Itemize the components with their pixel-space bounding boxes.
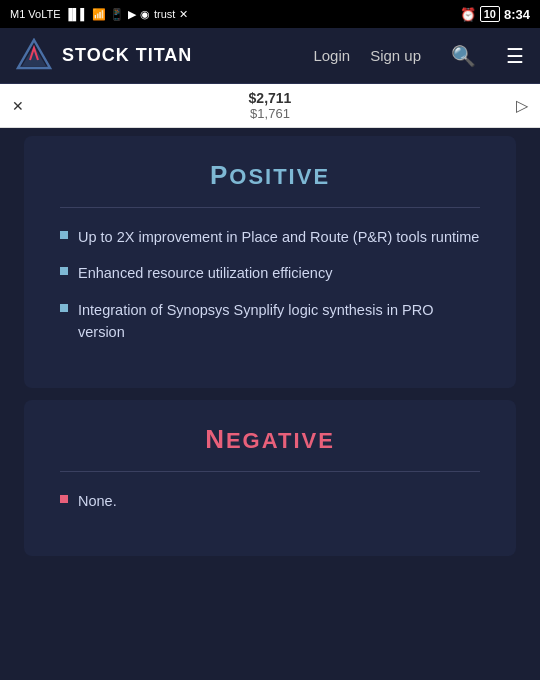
negative-first-letter: N <box>205 424 226 454</box>
ad-price-1: $2,711 <box>24 90 516 106</box>
ad-banner: ✕ $2,711 $1,761 ▷ <box>0 84 540 128</box>
negative-bullet-1: None. <box>60 490 480 512</box>
location-icon: ▶ <box>128 8 136 21</box>
negative-bullet-list: None. <box>60 490 480 512</box>
status-right: ⏰ 10 8:34 <box>460 6 530 22</box>
instagram-icon: ◉ <box>140 8 150 21</box>
signup-link[interactable]: Sign up <box>370 47 421 64</box>
alarm-icon: ⏰ <box>460 7 476 22</box>
bullet-icon-3 <box>60 304 68 312</box>
nav-links: Login Sign up 🔍 ☰ <box>313 44 524 68</box>
positive-bullet-3: Integration of Synopsys Synplify logic s… <box>60 299 480 344</box>
bullet-icon-2 <box>60 267 68 275</box>
x-icon: ✕ <box>179 8 188 21</box>
positive-text-3: Integration of Synopsys Synplify logic s… <box>78 299 480 344</box>
positive-first-letter: P <box>210 160 229 190</box>
logo-area: STOCK TITAN <box>16 38 313 74</box>
ad-content: $2,711 $1,761 <box>24 90 516 121</box>
positive-title: POSITIVE <box>60 160 480 191</box>
status-left: M1 VoLTE ▐▌▌ 📶 📱 ▶ ◉ trust ✕ <box>10 8 188 21</box>
positive-rest: OSITIVE <box>229 164 330 189</box>
ad-price-2: $1,761 <box>24 106 516 121</box>
positive-section: POSITIVE Up to 2X improvement in Place a… <box>24 136 516 388</box>
ad-play-icon[interactable]: ▷ <box>516 96 528 115</box>
neg-bullet-icon-1 <box>60 495 68 503</box>
carrier-text: M1 VoLTE <box>10 8 61 20</box>
phone-icon: 📱 <box>110 8 124 21</box>
negative-title: NEGATIVE <box>60 424 480 455</box>
trust-icon: trust <box>154 8 175 20</box>
status-bar: M1 VoLTE ▐▌▌ 📶 📱 ▶ ◉ trust ✕ ⏰ 10 8:34 <box>0 0 540 28</box>
positive-divider <box>60 207 480 208</box>
negative-rest: EGATIVE <box>226 428 335 453</box>
logo-icon <box>16 38 52 74</box>
negative-section: NEGATIVE None. <box>24 400 516 556</box>
positive-text-1: Up to 2X improvement in Place and Route … <box>78 226 479 248</box>
positive-text-2: Enhanced resource utilization efficiency <box>78 262 332 284</box>
signal-bars: ▐▌▌ <box>65 8 88 20</box>
ad-close-button[interactable]: ✕ <box>12 98 24 114</box>
positive-bullet-1: Up to 2X improvement in Place and Route … <box>60 226 480 248</box>
bullet-icon-1 <box>60 231 68 239</box>
logo-text: STOCK TITAN <box>62 45 192 66</box>
search-icon[interactable]: 🔍 <box>451 44 476 68</box>
negative-divider <box>60 471 480 472</box>
positive-bullet-list: Up to 2X improvement in Place and Route … <box>60 226 480 344</box>
time-display: 8:34 <box>504 7 530 22</box>
navbar: STOCK TITAN Login Sign up 🔍 ☰ <box>0 28 540 84</box>
menu-icon[interactable]: ☰ <box>506 44 524 68</box>
login-link[interactable]: Login <box>313 47 350 64</box>
battery-indicator: 10 <box>480 6 500 22</box>
negative-text-1: None. <box>78 490 117 512</box>
positive-bullet-2: Enhanced resource utilization efficiency <box>60 262 480 284</box>
wifi-icon: 📶 <box>92 8 106 21</box>
